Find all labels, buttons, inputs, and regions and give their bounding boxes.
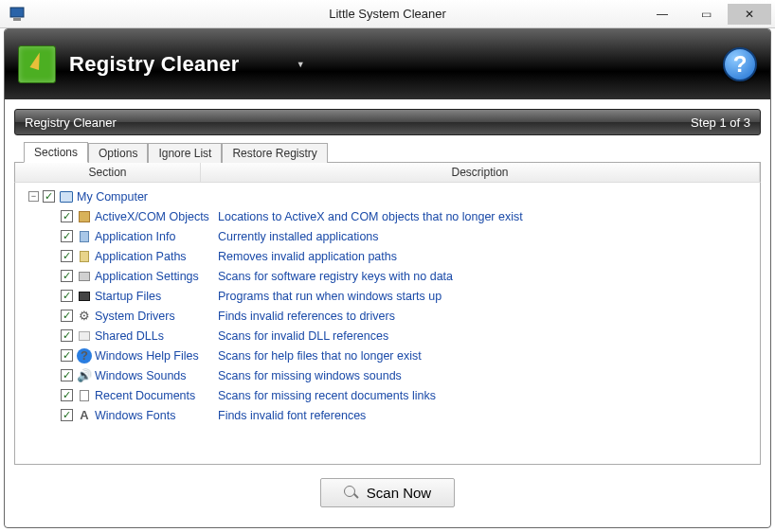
item-desc: Locations to ActiveX and COM objects tha… — [218, 210, 523, 223]
item-label: Application Info — [95, 230, 218, 243]
item-desc: Scans for missing windows sounds — [218, 369, 402, 382]
button-row: Scan Now — [5, 465, 770, 523]
item-label: Windows Help Files — [95, 349, 218, 363]
titlebar: Little System Cleaner — ▭ ✕ — [0, 0, 775, 28]
tree-root-label: My Computer — [77, 190, 148, 204]
minimize-button[interactable]: — — [640, 4, 684, 25]
tree-item[interactable]: ✓ 🔊 Windows Sounds Scans for missing win… — [21, 365, 754, 385]
svg-rect-0 — [10, 8, 24, 17]
tab-ignore-list[interactable]: Ignore List — [148, 143, 222, 163]
activex-icon — [77, 209, 92, 224]
tab-options[interactable]: Options — [88, 143, 148, 163]
expand-toggle-icon[interactable]: − — [28, 191, 39, 202]
tree-root-row[interactable]: − ✓ My Computer — [21, 186, 754, 206]
column-section[interactable]: Section — [15, 163, 201, 182]
tab-sections[interactable]: Sections — [24, 142, 88, 163]
search-icon — [344, 486, 359, 501]
item-label: Startup Files — [95, 290, 218, 303]
item-desc: Removes invalid application paths — [218, 250, 397, 263]
appinfo-icon — [77, 229, 92, 244]
scan-now-button[interactable]: Scan Now — [320, 478, 455, 507]
item-desc: Programs that run when windows starts up — [218, 290, 442, 303]
close-button[interactable]: ✕ — [728, 4, 771, 25]
tab-restore-registry[interactable]: Restore Registry — [222, 143, 327, 163]
startup-icon — [77, 289, 92, 304]
tree-item[interactable]: ✓ ? Windows Help Files Scans for help fi… — [21, 346, 754, 365]
app-logo-icon — [18, 45, 56, 83]
item-desc: Scans for software registry keys with no… — [218, 270, 453, 283]
column-description[interactable]: Description — [201, 163, 760, 182]
item-desc: Finds invalid references to drivers — [218, 310, 395, 323]
item-desc: Scans for invalid DLL references — [218, 329, 388, 343]
checkbox[interactable]: ✓ — [61, 329, 73, 342]
checkbox[interactable]: ✓ — [61, 369, 73, 381]
item-desc: Scans for help files that no longer exis… — [218, 349, 422, 363]
item-label: System Drivers — [95, 310, 218, 323]
help-files-icon: ? — [77, 348, 92, 364]
item-desc: Currently installed applications — [218, 230, 379, 243]
help-button[interactable]: ? — [723, 47, 757, 81]
step-title: Registry Cleaner — [25, 115, 117, 130]
appsettings-icon — [77, 269, 92, 284]
tree-item[interactable]: ✓ Application Info Currently installed a… — [21, 226, 754, 246]
item-label: Recent Documents — [95, 389, 218, 402]
tree-item[interactable]: ✓ ⚙ System Drivers Finds invalid referen… — [21, 306, 754, 326]
sounds-icon: 🔊 — [77, 368, 92, 383]
checkbox[interactable]: ✓ — [61, 230, 73, 242]
computer-icon — [59, 189, 74, 204]
app-header: Registry Cleaner ▼ ? — [5, 29, 770, 99]
maximize-button[interactable]: ▭ — [684, 4, 728, 25]
step-bar: Registry Cleaner Step 1 of 3 — [14, 109, 761, 135]
item-label: ActiveX/COM Objects — [95, 210, 218, 223]
checkbox[interactable]: ✓ — [43, 190, 55, 203]
checkbox[interactable]: ✓ — [61, 389, 73, 401]
tabs-row: Sections Options Ignore List Restore Reg… — [14, 141, 761, 163]
checkbox[interactable]: ✓ — [61, 409, 73, 421]
app-frame: Registry Cleaner ▼ ? Registry Cleaner St… — [4, 28, 771, 528]
item-label: Windows Fonts — [95, 409, 218, 422]
tree-item[interactable]: ✓ Application Paths Removes invalid appl… — [21, 246, 754, 266]
sections-tree: − ✓ My Computer ✓ ActiveX/COM Objects Lo… — [14, 183, 761, 465]
svg-rect-1 — [13, 18, 21, 21]
fonts-icon: A — [77, 408, 92, 423]
checkbox[interactable]: ✓ — [61, 310, 73, 322]
checkbox[interactable]: ✓ — [61, 290, 73, 302]
checkbox[interactable]: ✓ — [61, 250, 73, 262]
item-label: Windows Sounds — [95, 369, 218, 382]
checkbox[interactable]: ✓ — [61, 270, 73, 282]
recent-icon — [77, 388, 92, 403]
checkbox[interactable]: ✓ — [61, 349, 73, 362]
drivers-icon: ⚙ — [77, 309, 92, 324]
item-label: Application Settings — [95, 270, 218, 283]
tree-item[interactable]: ✓ ActiveX/COM Objects Locations to Activ… — [21, 206, 754, 226]
tree-item[interactable]: ✓ Application Settings Scans for softwar… — [21, 266, 754, 286]
apppaths-icon — [77, 249, 92, 264]
step-indicator: Step 1 of 3 — [691, 115, 750, 130]
dlls-icon — [77, 328, 92, 344]
item-label: Application Paths — [95, 250, 218, 263]
header-title: Registry Cleaner — [69, 52, 240, 77]
tree-item[interactable]: ✓ Shared DLLs Scans for invalid DLL refe… — [21, 326, 754, 346]
header-dropdown[interactable]: ▼ — [297, 60, 305, 69]
tree-item[interactable]: ✓ Startup Files Programs that run when w… — [21, 286, 754, 306]
app-icon — [9, 7, 25, 22]
tree-item[interactable]: ✓ Recent Documents Scans for missing rec… — [21, 385, 754, 405]
item-desc: Scans for missing recent documents links — [218, 389, 436, 402]
item-label: Shared DLLs — [95, 329, 218, 343]
column-headers: Section Description — [14, 163, 761, 183]
checkbox[interactable]: ✓ — [61, 210, 73, 222]
scan-button-label: Scan Now — [367, 485, 431, 501]
item-desc: Finds invalid font references — [218, 409, 366, 422]
tree-item[interactable]: ✓ A Windows Fonts Finds invalid font ref… — [21, 405, 754, 425]
